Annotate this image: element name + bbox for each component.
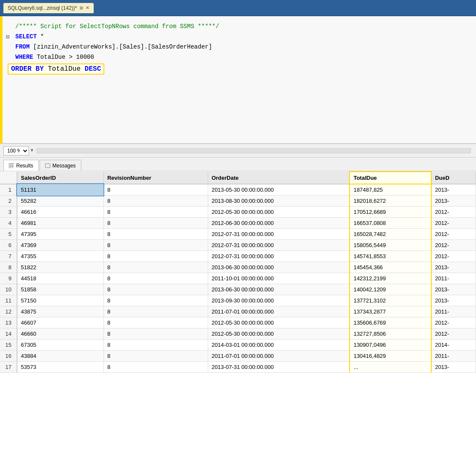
col-rownum <box>0 172 17 184</box>
cell-totaldue: 130416,4829 <box>350 351 431 362</box>
cell-rownum: 5 <box>0 229 17 240</box>
table-row[interactable]: 10 51858 8 2013-06-30 00:00:00.000 14004… <box>0 284 476 295</box>
orderby-keyword: ORDER BY <box>11 65 44 73</box>
cell-orderdate: 2013-06-30 00:00:00.000 <box>208 284 350 295</box>
cell-dued: 2013- <box>431 184 476 196</box>
orderby-highlight: ORDER BY TotalDue DESC <box>8 63 104 75</box>
cell-totaldue: 145454,366 <box>350 262 431 273</box>
table-row[interactable]: 14 46660 8 2012-05-30 00:00:00.000 13272… <box>0 328 476 340</box>
cell-dued: 2013- <box>431 196 476 207</box>
col-revisionnumber: RevisionNumber <box>103 172 208 184</box>
cell-totaldue: 182018,6272 <box>350 196 431 207</box>
data-table-wrapper: SalesOrderID RevisionNumber OrderDate To… <box>0 171 476 452</box>
grid-icon <box>9 163 14 168</box>
zoom-bar: 100 % 75 % 125 % ▼ <box>0 144 476 158</box>
cell-orderdate: 2012-07-31 00:00:00.000 <box>208 229 350 240</box>
table-row[interactable]: 13 46607 8 2012-05-30 00:00:00.000 13560… <box>0 317 476 328</box>
code-line-where: WHERE TotalDue > 10000 <box>0 52 476 62</box>
cell-orderdate: 2013-05-30 00:00:00.000 <box>208 184 350 196</box>
tab-messages[interactable]: Messages <box>40 160 81 171</box>
cell-dued: 2014- <box>431 340 476 351</box>
table-row[interactable]: 1 51131 8 2013-05-30 00:00:00.000 187487… <box>0 184 476 196</box>
cell-rownum: 4 <box>0 218 17 229</box>
table-row[interactable]: 3 46616 8 2012-05-30 00:00:00.000 170512… <box>0 207 476 218</box>
cell-revisionnumber: 8 <box>103 317 208 328</box>
cell-salesorderid: 53573 <box>17 362 103 373</box>
cell-revisionnumber: 8 <box>103 240 208 251</box>
comment-text: /***** Script for SelectTopNRows command… <box>12 23 219 30</box>
cell-revisionnumber: 8 <box>103 362 208 373</box>
minus-icon[interactable]: ⊟ <box>6 33 9 40</box>
table-row[interactable]: 2 55282 8 2013-08-30 00:00:00.000 182018… <box>0 196 476 207</box>
code-line-empty-2 <box>0 84 476 95</box>
table-row[interactable]: 16 43884 8 2011-07-01 00:00:00.000 13041… <box>0 351 476 362</box>
cell-revisionnumber: 8 <box>103 229 208 240</box>
table-row[interactable]: 12 43875 8 2011-07-01 00:00:00.000 13734… <box>0 306 476 317</box>
pin-icon[interactable]: ⊞ <box>80 6 83 10</box>
from-text: FROM [zinzin_AdventureWorks].[Sales].[Sa… <box>12 43 212 50</box>
cell-orderdate: 2012-07-31 00:00:00.000 <box>208 251 350 262</box>
cell-orderdate: 2012-05-30 00:00:00.000 <box>208 207 350 218</box>
cell-rownum: 16 <box>0 351 17 362</box>
cell-dued: 2012- <box>431 251 476 262</box>
cell-rownum: 6 <box>0 240 17 251</box>
cell-revisionnumber: 8 <box>103 196 208 207</box>
results-tabs: Results Messages <box>0 158 476 171</box>
editor-area[interactable]: /***** Script for SelectTopNRows command… <box>0 16 476 144</box>
cell-dued: 2012- <box>431 317 476 328</box>
cell-orderdate: 2013-07-31 00:00:00.000 <box>208 362 350 373</box>
cell-rownum: 9 <box>0 273 17 284</box>
cell-rownum: 3 <box>0 207 17 218</box>
cell-dued: 2013- <box>431 262 476 273</box>
cell-salesorderid: 47355 <box>17 251 103 262</box>
collapse-indicator[interactable]: ⊟ <box>3 33 12 40</box>
cell-rownum: 13 <box>0 317 17 328</box>
cell-totaldue: 137343,2877 <box>350 306 431 317</box>
cell-dued: 2012- <box>431 218 476 229</box>
close-icon[interactable]: ✕ <box>86 5 89 11</box>
cell-salesorderid: 44518 <box>17 273 103 284</box>
horizontal-scrollbar[interactable] <box>37 148 471 153</box>
cell-rownum: 10 <box>0 284 17 295</box>
table-row[interactable]: 11 57150 8 2013-09-30 00:00:00.000 13772… <box>0 295 476 306</box>
cell-dued: 2012- <box>431 207 476 218</box>
zoom-arrow-icon: ▼ <box>31 148 33 153</box>
cell-salesorderid: 46616 <box>17 207 103 218</box>
desc-keyword: DESC <box>85 65 101 73</box>
cell-rownum: 7 <box>0 251 17 262</box>
table-row[interactable]: 17 53573 8 2013-07-31 00:00:00.000 ... 2… <box>0 362 476 373</box>
table-row[interactable]: 5 47395 8 2012-07-31 00:00:00.000 165028… <box>0 229 476 240</box>
col-salesorderid: SalesOrderID <box>17 172 103 184</box>
table-row[interactable]: 6 47369 8 2012-07-31 00:00:00.000 158056… <box>0 240 476 251</box>
cell-totaldue: 145741,8553 <box>350 251 431 262</box>
cell-dued: 2013- <box>431 284 476 295</box>
table-row[interactable]: 4 46981 8 2012-06-30 00:00:00.000 166537… <box>0 218 476 229</box>
cell-orderdate: 2012-05-30 00:00:00.000 <box>208 317 350 328</box>
cell-orderdate: 2012-05-30 00:00:00.000 <box>208 328 350 340</box>
code-line-from: FROM [zinzin_AdventureWorks].[Sales].[Sa… <box>0 42 476 52</box>
cell-rownum: 8 <box>0 262 17 273</box>
cell-salesorderid: 67305 <box>17 340 103 351</box>
table-row[interactable]: 7 47355 8 2012-07-31 00:00:00.000 145741… <box>0 251 476 262</box>
cell-salesorderid: 47369 <box>17 240 103 251</box>
tab-results[interactable]: Results <box>3 160 39 171</box>
table-row[interactable]: 8 51822 8 2013-06-30 00:00:00.000 145454… <box>0 262 476 273</box>
cell-revisionnumber: 8 <box>103 340 208 351</box>
table-row[interactable]: 15 67305 8 2014-03-01 00:00:00.000 13090… <box>0 340 476 351</box>
table-row[interactable]: 9 44518 8 2011-10-01 00:00:00.000 142312… <box>0 273 476 284</box>
select-text: SELECT * <box>12 33 44 40</box>
cell-dued: 2011- <box>431 351 476 362</box>
messages-icon <box>45 164 50 168</box>
where-text: WHERE TotalDue > 10000 <box>12 54 94 60</box>
zoom-select[interactable]: 100 % 75 % 125 % <box>3 146 29 155</box>
cell-dued: 2012- <box>431 328 476 340</box>
col-orderdate: OrderDate <box>208 172 350 184</box>
cell-totaldue: 130907,0496 <box>350 340 431 351</box>
orderby-field: TotalDue <box>48 65 84 73</box>
cell-salesorderid: 46660 <box>17 328 103 340</box>
cell-dued: 2011- <box>431 306 476 317</box>
cell-totaldue: 170512,6689 <box>350 207 431 218</box>
query-tab[interactable]: SQLQuery6.sql...zinsql (142))* ⊞ ✕ <box>3 3 94 13</box>
cell-revisionnumber: 8 <box>103 184 208 196</box>
col-totaldue: TotalDue <box>350 172 431 184</box>
